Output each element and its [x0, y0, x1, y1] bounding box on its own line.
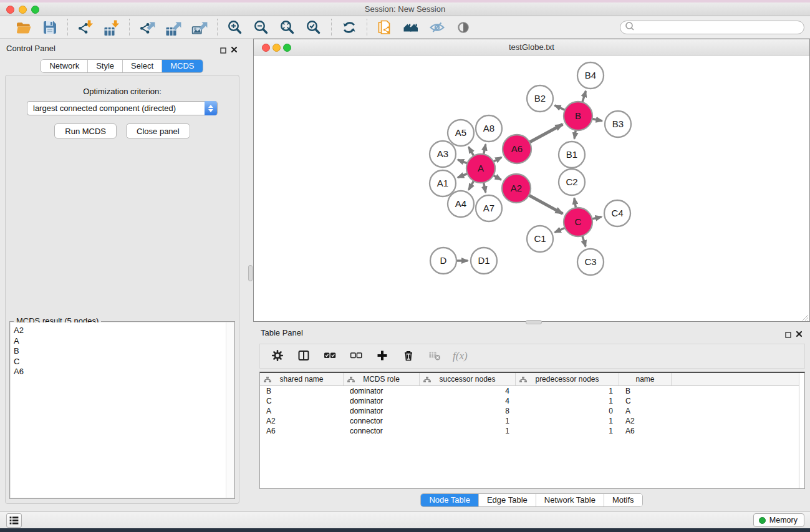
node-C4[interactable]: C4 [604, 200, 630, 226]
close-panel-button[interactable]: Close panel [126, 123, 190, 138]
close-panel-icon[interactable] [231, 44, 238, 56]
node-C1[interactable]: C1 [527, 226, 553, 252]
save-session-button[interactable] [40, 18, 60, 37]
table-cell[interactable]: dominator [344, 396, 420, 406]
table-cell[interactable]: A2 [619, 416, 672, 426]
table-row[interactable]: Bdominator41B [260, 386, 804, 396]
node-B3[interactable]: B3 [605, 111, 631, 137]
table-float-panel-icon[interactable] [785, 329, 791, 341]
node-A4[interactable]: A4 [448, 191, 474, 217]
table-cell[interactable]: connector [344, 426, 420, 436]
table-cell[interactable]: C [260, 396, 344, 406]
home-button[interactable] [401, 18, 421, 37]
node-A3[interactable]: A3 [430, 141, 456, 167]
import-network-button[interactable] [75, 18, 95, 37]
zoom-out-button[interactable] [251, 18, 271, 37]
table-close-panel-icon[interactable] [796, 329, 803, 340]
export-image-button[interactable] [190, 18, 210, 37]
table-cell[interactable]: B [260, 386, 344, 396]
node-B1[interactable]: B1 [559, 142, 585, 168]
column-header-mcds-role[interactable]: MCDS role [344, 373, 420, 385]
table-cell[interactable]: 1 [420, 416, 516, 426]
vertical-splitter-handle[interactable] [248, 265, 253, 281]
node-A8[interactable]: A8 [476, 115, 502, 142]
column-header-shared-name[interactable]: shared name [260, 373, 344, 385]
result-list-item[interactable]: C [14, 357, 234, 367]
node-C2[interactable]: C2 [559, 169, 585, 195]
node-A1[interactable]: A1 [430, 170, 456, 196]
open-session-button[interactable] [14, 18, 34, 37]
show-preview-button[interactable] [453, 18, 473, 37]
table-scrollbar[interactable] [799, 373, 804, 488]
table-cell[interactable]: 4 [420, 396, 516, 406]
node-B2[interactable]: B2 [527, 85, 553, 112]
node-D1[interactable]: D1 [471, 248, 497, 274]
tab-mcds[interactable]: MCDS [162, 60, 202, 72]
table-cell[interactable]: A [619, 406, 672, 416]
table-cell[interactable]: 1 [420, 426, 516, 436]
export-table-button[interactable] [163, 18, 183, 37]
node-B[interactable]: B [564, 102, 592, 130]
task-history-button[interactable] [6, 513, 22, 528]
resize-grip-icon[interactable] [801, 312, 809, 321]
tab-network-table[interactable]: Network Table [536, 494, 604, 506]
tab-edge-table[interactable]: Edge Table [478, 494, 536, 506]
node-B4[interactable]: B4 [577, 62, 604, 89]
tab-node-table[interactable]: Node Table [421, 494, 478, 506]
copy-network-button[interactable] [375, 18, 395, 37]
delete-button[interactable] [400, 348, 417, 364]
table-cell[interactable]: 1 [516, 396, 619, 406]
node-A5[interactable]: A5 [448, 120, 474, 146]
node-A6[interactable]: A6 [503, 135, 531, 163]
float-panel-icon[interactable] [220, 45, 226, 56]
column-header-predecessor-nodes[interactable]: predecessor nodes [516, 373, 619, 385]
result-list-scrollbar[interactable] [226, 322, 234, 498]
network-canvas[interactable]: B4B2BB3A5A8A6A3B1AC2A1A2A4A7C4CC1DD1C3 [254, 56, 809, 321]
result-list-item[interactable]: B [14, 346, 234, 357]
result-list-item[interactable]: A [14, 336, 234, 347]
function-builder-icon[interactable]: f(x) [453, 350, 468, 362]
select-all-button[interactable] [322, 348, 338, 364]
table-cell[interactable]: C [619, 396, 672, 406]
table-row[interactable]: Cdominator41C [260, 396, 804, 406]
export-network-button[interactable] [137, 18, 157, 37]
zoom-selected-button[interactable] [304, 18, 324, 37]
column-selector-button[interactable] [296, 348, 312, 364]
deselect-all-button[interactable] [348, 348, 364, 364]
table-row[interactable]: Adominator80A [260, 406, 804, 416]
table-cell[interactable]: connector [344, 416, 420, 426]
hide-preview-button[interactable] [427, 18, 447, 37]
table-cell[interactable]: 4 [420, 386, 516, 396]
zoom-in-button[interactable] [225, 18, 245, 37]
search-field[interactable] [620, 21, 804, 34]
gear-button[interactable] [269, 348, 286, 364]
column-header-successor-nodes[interactable]: successor nodes [420, 373, 516, 385]
table-row[interactable]: A6connector11A6 [260, 426, 804, 436]
node-C3[interactable]: C3 [577, 249, 604, 275]
table-cell[interactable]: dominator [344, 406, 420, 416]
tab-network[interactable]: Network [41, 60, 87, 72]
node-C[interactable]: C [564, 208, 592, 236]
result-list-item[interactable]: A6 [14, 367, 234, 377]
optimization-criterion-select[interactable]: largest connected component (directed) [27, 101, 218, 115]
table-cell[interactable]: 8 [420, 406, 516, 416]
tab-select[interactable]: Select [122, 60, 162, 72]
table-cell[interactable]: A6 [619, 426, 672, 436]
import-table-button[interactable] [102, 18, 122, 37]
refresh-layout-button[interactable] [339, 18, 359, 37]
table-cell[interactable]: A6 [260, 426, 344, 436]
table-cell[interactable]: 1 [516, 386, 619, 396]
table-cell[interactable]: 0 [516, 406, 619, 416]
node-A2[interactable]: A2 [502, 174, 531, 203]
node-D[interactable]: D [430, 248, 456, 274]
table-cell[interactable]: B [619, 386, 672, 396]
table-cell[interactable]: dominator [344, 386, 420, 396]
memory-button[interactable]: Memory [753, 513, 804, 527]
tab-motifs[interactable]: Motifs [604, 494, 642, 506]
result-list-item[interactable]: A2 [14, 326, 234, 336]
column-header-name[interactable]: name [619, 373, 672, 385]
zoom-fit-button[interactable] [277, 18, 297, 37]
node-A7[interactable]: A7 [476, 195, 502, 221]
tab-style[interactable]: Style [87, 60, 122, 72]
add-button[interactable] [374, 348, 390, 364]
